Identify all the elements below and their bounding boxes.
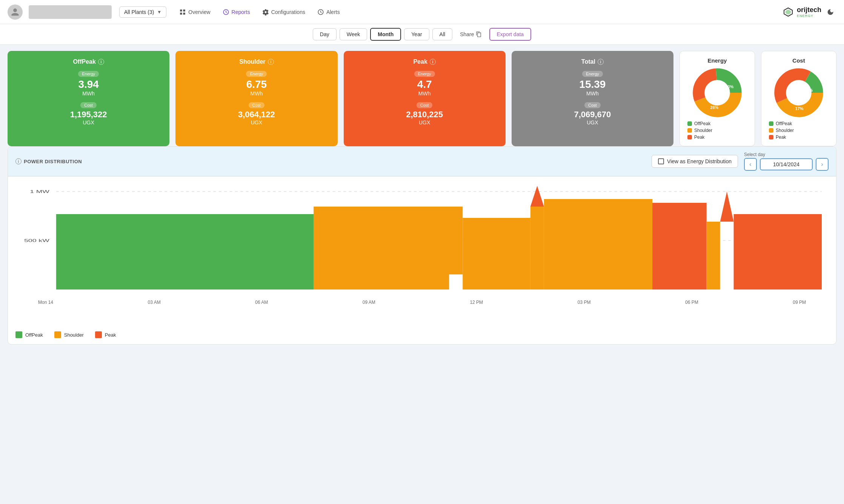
chart-legend: OffPeak Shoulder Peak — [8, 328, 836, 344]
legend-offpeak: OffPeak — [687, 121, 747, 126]
offpeak-cost-value: 1,195,322 — [15, 110, 162, 119]
total-info-icon[interactable]: i — [598, 59, 604, 65]
cost-pie-legend: OffPeak Shoulder Peak — [769, 121, 829, 140]
view-toggle-button[interactable]: View as Energy Distribution — [652, 155, 738, 168]
chart-area: 1 MW 500 kW — [8, 176, 836, 328]
svg-text:1 MW: 1 MW — [30, 189, 50, 194]
nav-alerts[interactable]: Alerts — [312, 6, 345, 18]
distribution-info-icon[interactable]: i — [15, 158, 22, 164]
cost-legend-offpeak: OffPeak — [769, 121, 829, 126]
total-cost-badge: Cost — [584, 102, 601, 108]
total-energy-badge: Energy — [582, 71, 603, 77]
user-avatar[interactable] — [8, 5, 23, 20]
offpeak-legend-dot — [687, 121, 692, 126]
svg-marker-28 — [530, 186, 544, 207]
svg-rect-31 — [707, 222, 720, 290]
nav-overview[interactable]: Overview — [174, 6, 215, 18]
date-navigation: Select day ‹ 10/14/2024 › — [744, 152, 829, 171]
offpeak-info-icon[interactable]: i — [98, 59, 104, 65]
legend-shoulder: Shoulder — [687, 128, 747, 133]
svg-rect-27 — [530, 207, 544, 290]
svg-rect-0 — [180, 9, 182, 11]
peak-cost-badge: Cost — [417, 102, 433, 108]
x-label-5: 03 PM — [578, 300, 591, 305]
chart-legend-peak-square — [95, 331, 102, 338]
checkbox-icon — [658, 158, 664, 164]
x-label-0: Mon 14 — [38, 300, 53, 305]
peak-info-icon[interactable]: i — [430, 59, 436, 65]
chart-legend-offpeak: OffPeak — [15, 331, 43, 338]
svg-rect-22 — [56, 214, 314, 290]
period-day-button[interactable]: Day — [313, 28, 337, 40]
shoulder-cost-value: 3,064,122 — [183, 110, 330, 119]
svg-rect-2 — [180, 12, 182, 14]
period-toolbar: Day Week Month Year All Share Export dat… — [0, 24, 844, 45]
svg-rect-30 — [652, 203, 707, 290]
svg-marker-32 — [720, 191, 734, 222]
x-label-1: 03 AM — [148, 300, 161, 305]
date-input[interactable]: 10/14/2024 — [760, 158, 813, 170]
plant-dropdown[interactable]: All Plants (3) ▼ — [119, 6, 166, 18]
share-button[interactable]: Share — [455, 29, 486, 40]
card-peak-title: Peak i — [351, 58, 498, 65]
svg-text:40%: 40% — [804, 88, 813, 92]
nav-alerts-label: Alerts — [326, 9, 340, 15]
energy-pie-legend: OffPeak Shoulder Peak — [687, 121, 747, 140]
shoulder-energy-unit: MWh — [183, 90, 330, 97]
svg-text:44%: 44% — [708, 92, 717, 97]
nav-reports[interactable]: Reports — [217, 6, 255, 18]
cost-peak-dot — [769, 135, 773, 139]
period-year-button[interactable]: Year — [404, 28, 429, 40]
shoulder-energy-badge: Energy — [246, 71, 267, 77]
period-week-button[interactable]: Week — [340, 28, 367, 40]
period-month-button[interactable]: Month — [370, 28, 401, 41]
x-label-3: 09 AM — [363, 300, 375, 305]
svg-text:26%: 26% — [710, 105, 718, 110]
card-total-title: Total i — [519, 58, 666, 65]
x-label-4: 12 PM — [470, 300, 483, 305]
energy-pie-card: Energy 44% 30% 26% OffPe — [680, 51, 755, 146]
shoulder-energy-value: 6.75 — [183, 78, 330, 90]
nav-configurations[interactable]: Configurations — [257, 6, 311, 18]
svg-rect-3 — [183, 12, 185, 14]
svg-text:500 kW: 500 kW — [24, 238, 50, 243]
card-shoulder: Shoulder i Energy 6.75 MWh Cost 3,064,12… — [175, 51, 337, 146]
peak-energy-unit: MWh — [351, 90, 498, 97]
svg-rect-26 — [463, 218, 530, 290]
chevron-down-icon: ▼ — [157, 9, 161, 15]
next-date-button[interactable]: › — [816, 158, 829, 171]
svg-text:43%: 43% — [789, 92, 799, 97]
prev-date-button[interactable]: ‹ — [744, 158, 757, 171]
copy-icon — [476, 31, 482, 37]
shoulder-info-icon[interactable]: i — [268, 59, 274, 65]
x-axis-labels: Mon 14 03 AM 06 AM 09 AM 12 PM 03 PM 06 … — [15, 298, 829, 305]
card-offpeak: OffPeak i Energy 3.94 MWh Cost 1,195,322… — [8, 51, 169, 146]
total-cost-value: 7,069,670 — [519, 110, 666, 119]
peak-energy-badge: Energy — [414, 71, 435, 77]
period-all-button[interactable]: All — [432, 28, 453, 40]
peak-legend-dot — [687, 135, 692, 139]
brand: orijtech ENERGY — [783, 6, 836, 18]
offpeak-cost-unit: UGX — [15, 119, 162, 126]
brand-sub: ENERGY — [797, 14, 821, 18]
peak-cost-unit: UGX — [351, 119, 498, 126]
total-energy-value: 15.39 — [519, 78, 666, 90]
shoulder-cost-badge: Cost — [249, 102, 265, 108]
plant-dropdown-label: All Plants (3) — [124, 9, 154, 15]
cost-pie-card: Cost 43% 40% 17% OffPeak — [761, 51, 836, 146]
cost-legend-shoulder: Shoulder — [769, 128, 829, 133]
offpeak-energy-unit: MWh — [15, 90, 162, 97]
brand-logo-icon — [783, 6, 794, 18]
power-distribution-section: i POWER DISTRIBUTION View as Energy Dist… — [8, 146, 836, 345]
cost-pie-chart: 43% 40% 17% — [769, 68, 829, 117]
theme-toggle-button[interactable] — [824, 6, 836, 18]
x-label-2: 06 AM — [255, 300, 268, 305]
cost-offpeak-dot — [769, 121, 773, 126]
peak-cost-value: 2,810,225 — [351, 110, 498, 119]
power-distribution-chart: 1 MW 500 kW — [15, 184, 829, 297]
nav-configurations-label: Configurations — [271, 9, 305, 15]
svg-rect-33 — [734, 214, 822, 290]
summary-row: OffPeak i Energy 3.94 MWh Cost 1,195,322… — [8, 51, 836, 146]
export-data-button[interactable]: Export data — [489, 28, 532, 41]
plant-selector-placeholder — [29, 5, 112, 19]
